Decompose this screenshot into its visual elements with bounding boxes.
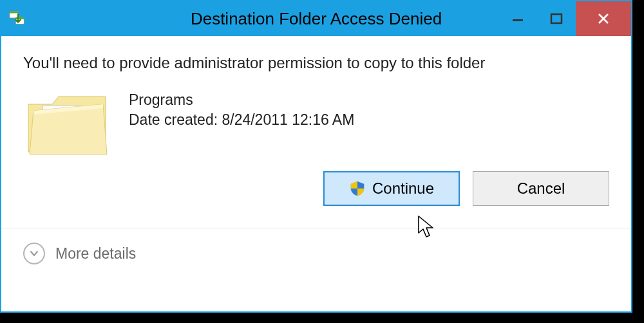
cancel-button[interactable]: Cancel	[473, 171, 609, 206]
continue-label: Continue	[372, 180, 434, 198]
maximize-button[interactable]	[537, 1, 576, 36]
svg-rect-5	[551, 14, 562, 23]
folder-row: Programs Date created: 8/24/2011 12:16 A…	[23, 85, 609, 162]
svg-rect-1	[10, 12, 18, 14]
folder-info: Programs Date created: 8/24/2011 12:16 A…	[129, 85, 354, 130]
continue-button[interactable]: Continue	[323, 171, 460, 206]
close-button[interactable]	[576, 1, 631, 36]
svg-rect-3	[15, 17, 24, 19]
folder-transfer-icon	[8, 8, 28, 29]
minimize-button[interactable]	[498, 1, 537, 36]
dialog-window: Destination Folder Access Denied You'll …	[0, 0, 632, 313]
chevron-down-icon	[23, 243, 45, 264]
folder-date-created: Date created: 8/24/2011 12:16 AM	[129, 110, 354, 130]
uac-shield-icon	[349, 180, 366, 197]
window-controls	[498, 1, 631, 36]
more-details-label: More details	[55, 245, 136, 263]
dialog-body: You'll need to provide administrator per…	[1, 36, 631, 162]
more-details-toggle[interactable]: More details	[1, 228, 631, 279]
dialog-buttons: Continue Cancel	[1, 162, 631, 206]
permission-message: You'll need to provide administrator per…	[23, 54, 609, 72]
folder-name: Programs	[129, 90, 354, 110]
cancel-label: Cancel	[517, 180, 565, 198]
titlebar[interactable]: Destination Folder Access Denied	[1, 1, 631, 36]
svg-rect-4	[513, 19, 523, 21]
folder-icon	[23, 85, 113, 162]
